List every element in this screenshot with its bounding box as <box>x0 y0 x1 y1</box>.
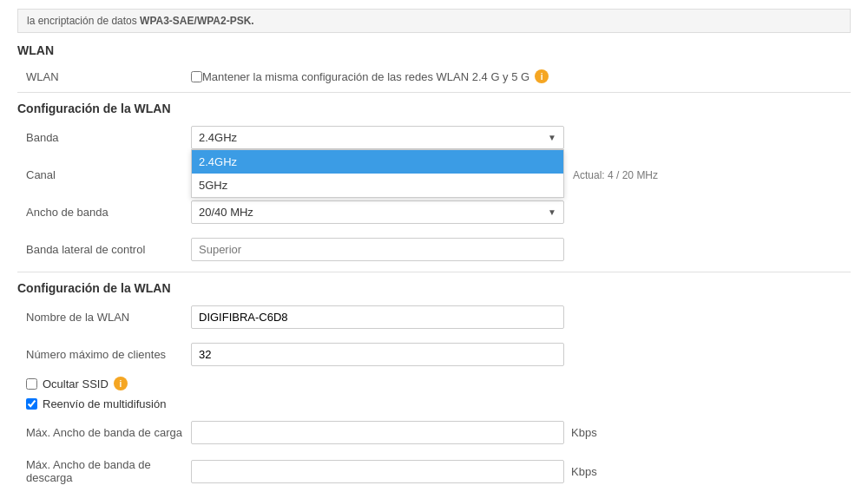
config-section-1-title: Configuración de la WLAN <box>17 102 851 115</box>
banda-selected-value: 2.4GHz <box>199 131 237 144</box>
max-descarga-input[interactable] <box>191 460 564 483</box>
ancho-banda-label: Ancho de banda <box>17 206 191 219</box>
ancho-banda-value: 20/40 MHz <box>199 206 253 219</box>
nombre-wlan-label: Nombre de la WLAN <box>17 311 191 324</box>
max-descarga-row: Máx. Ancho de banda de descarga Kbps <box>17 455 851 488</box>
max-carga-area <box>191 421 564 444</box>
ancho-banda-dropdown[interactable]: 20/40 MHz ▼ <box>191 200 564 224</box>
banda-option-2-4ghz[interactable]: 2.4GHz <box>192 150 563 174</box>
max-clientes-area <box>191 343 564 366</box>
divider-1 <box>17 92 851 93</box>
banda-lateral-input[interactable] <box>191 238 564 261</box>
banda-lateral-area <box>191 238 564 261</box>
divider-2 <box>17 272 851 272</box>
wlan-section-title: WLAN <box>17 43 851 57</box>
nombre-wlan-area <box>191 305 564 329</box>
ocultar-ssid-checkbox[interactable] <box>26 378 37 390</box>
max-descarga-unit: Kbps <box>571 465 597 478</box>
max-carga-input[interactable] <box>191 421 564 444</box>
wlan-checkbox-area: Mantener la misma configuración de las r… <box>191 69 549 83</box>
nombre-wlan-input[interactable] <box>191 305 564 329</box>
max-carga-label: Máx. Ancho de banda de carga <box>17 426 191 439</box>
wlan-header-row: WLAN Mantener la misma configuración de … <box>17 64 851 89</box>
banda-dropdown-trigger[interactable]: 2.4GHz ▼ <box>191 126 564 149</box>
wlan-same-config-label[interactable]: Mantener la misma configuración de las r… <box>202 70 529 83</box>
banda-label: Banda <box>17 131 191 144</box>
canal-label: Canal <box>17 168 191 181</box>
wlan-info-icon[interactable]: i <box>535 69 549 83</box>
top-bar-highlight: WPA3-SAE/WPA2-PSK. <box>140 15 254 27</box>
max-carga-unit: Kbps <box>571 426 597 439</box>
canal-hint: Actual: 4 / 20 MHz <box>573 169 658 181</box>
nombre-wlan-row: Nombre de la WLAN <box>17 302 851 332</box>
ancho-banda-arrow: ▼ <box>548 207 556 217</box>
max-clientes-input[interactable] <box>191 343 564 366</box>
banda-dropdown-container: 2.4GHz ▼ 2.4GHz 5GHz <box>191 126 564 149</box>
reenvio-checkbox[interactable] <box>26 398 37 410</box>
top-info-bar: la encriptación de datos WPA3-SAE/WPA2-P… <box>17 9 851 33</box>
wlan-label: WLAN <box>17 70 191 83</box>
banda-lateral-row: Banda lateral de control <box>17 234 851 265</box>
max-descarga-area <box>191 460 564 483</box>
reenvio-row: Reenvío de multidifusión <box>17 397 851 410</box>
banda-dropdown-list: 2.4GHz 5GHz <box>191 149 564 198</box>
max-descarga-label: Máx. Ancho de banda de descarga <box>17 458 191 484</box>
ocultar-ssid-info-icon[interactable]: i <box>114 377 128 390</box>
max-clientes-row: Número máximo de clientes <box>17 339 851 370</box>
ancho-banda-area: 20/40 MHz ▼ <box>191 200 564 224</box>
banda-row: Banda 2.4GHz ▼ 2.4GHz 5GHz <box>17 122 851 153</box>
top-bar-text: la encriptación de datos <box>27 15 140 27</box>
banda-lateral-label: Banda lateral de control <box>17 243 191 256</box>
ocultar-ssid-label[interactable]: Ocultar SSID <box>43 377 108 390</box>
max-carga-row: Máx. Ancho de banda de carga Kbps <box>17 417 851 448</box>
config-section-2-title: Configuración de la WLAN <box>17 281 851 295</box>
wlan-same-config-checkbox[interactable] <box>191 71 202 82</box>
ocultar-ssid-row: Ocultar SSID i <box>17 377 851 390</box>
ancho-banda-row: Ancho de banda 20/40 MHz ▼ <box>17 197 851 227</box>
banda-option-5ghz[interactable]: 5GHz <box>192 174 563 197</box>
reenvio-label[interactable]: Reenvío de multidifusión <box>43 397 166 410</box>
max-clientes-label: Número máximo de clientes <box>17 348 191 361</box>
banda-dropdown-arrow: ▼ <box>548 133 556 142</box>
